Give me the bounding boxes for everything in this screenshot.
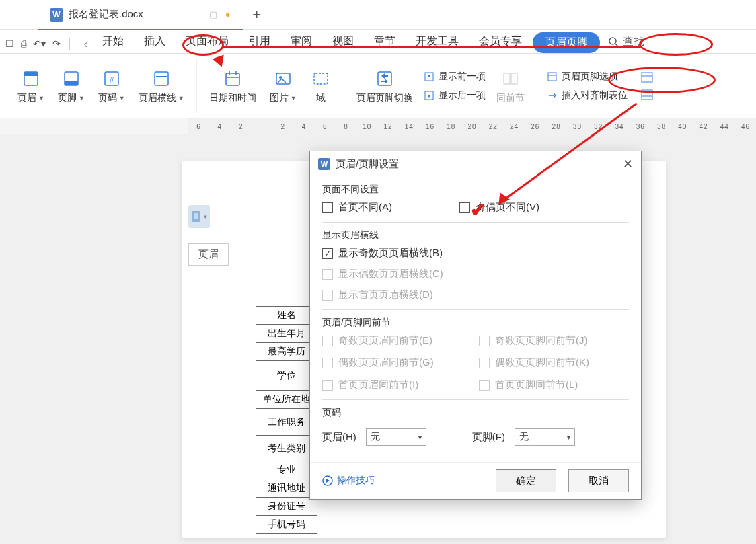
table-cell[interactable]: 最高学历 [256, 343, 317, 361]
svg-rect-24 [642, 73, 652, 82]
table-cell[interactable]: 出生年月 [256, 325, 317, 343]
checkbox-odd-headerline[interactable]: ✓显示奇数页页眉横线(B) [322, 247, 629, 260]
ribbon-extra-icon-1[interactable] [641, 72, 653, 83]
wps-doc-icon: W [50, 8, 63, 22]
ribbon-field-button[interactable]: 域 [307, 67, 334, 106]
redo-icon[interactable]: ↷ [52, 38, 61, 49]
ok-button[interactable]: 确定 [496, 469, 556, 492]
headerline-icon [151, 68, 172, 89]
cancel-button[interactable]: 取消 [568, 469, 629, 492]
header-footer-settings-dialog: W 页眉/页脚设置 ✕ 页面不同设置 首页不同(A) 奇偶页不同(V) 显示页眉… [309, 151, 642, 500]
ribbon-pagenum-button[interactable]: # 页码▼ [96, 67, 128, 106]
menu-review[interactable]: 审阅 [281, 30, 322, 53]
svg-rect-3 [24, 72, 38, 76]
undo-icon[interactable]: ↶▾ [33, 38, 46, 49]
tab-screen-icon[interactable]: ▢ [209, 9, 217, 20]
print-preview-icon[interactable]: ⎙ [21, 38, 26, 49]
checkbox-first-headerline: 显示首页页眉横线(D) [322, 288, 629, 301]
ribbon-extra-icon-2[interactable] [641, 89, 653, 100]
arrow-down-icon [424, 90, 434, 101]
main-menu-bar: ☐ ⎙ ↶▾ ↷ │ ‹ 开始 插入 页面布局 引用 审阅 视图 章节 开发工具… [0, 30, 756, 54]
checkbox-even-footer-prev: 偶数页页脚同前节(K) [479, 356, 629, 369]
table-cell[interactable]: 考生类别 [256, 436, 317, 461]
group-pagenum-title: 页码 [322, 407, 629, 419]
pagenum-icon: # [101, 68, 122, 89]
menu-view[interactable]: 视图 [323, 30, 363, 53]
table-cell[interactable]: 姓名 [256, 307, 317, 325]
table-cell[interactable]: 专业 [256, 461, 317, 479]
menu-start[interactable]: 开始 [93, 30, 133, 53]
page-marker-icon[interactable] [188, 205, 210, 228]
svg-rect-22 [548, 73, 556, 81]
ribbon-headerline-button[interactable]: 页眉横线▼ [136, 67, 187, 106]
ribbon-show-next[interactable]: 显示后一项 [424, 88, 486, 103]
menu-nav-prev[interactable]: ‹ [80, 36, 91, 53]
menu-references[interactable]: 引用 [239, 30, 280, 53]
menu-vip[interactable]: 会员专享 [469, 30, 531, 53]
svg-point-0 [609, 38, 616, 44]
checkbox-odd-header-prev: 奇数页页眉同前节(E) [322, 334, 472, 347]
tab-dot-icon[interactable]: ● [225, 9, 231, 20]
menu-dev-tools[interactable]: 开发工具 [406, 30, 468, 53]
table-cell[interactable]: 通讯地址 [256, 479, 317, 498]
pagenum-header-select[interactable]: 无 [366, 428, 426, 446]
ribbon-footer-button[interactable]: 页脚▼ [55, 67, 87, 106]
tips-link[interactable]: 操作技巧 [322, 475, 375, 487]
table-cell[interactable]: 手机号码 [256, 516, 317, 534]
menu-header-footer[interactable]: 页眉页脚 [533, 32, 600, 53]
pagenum-footer-label: 页脚(F) [472, 431, 505, 444]
search-button[interactable]: 查找 [608, 35, 644, 53]
svg-rect-16 [314, 73, 328, 84]
menu-insert[interactable]: 插入 [135, 30, 175, 53]
pagenum-footer-select[interactable]: 无 [515, 428, 575, 446]
table-cell[interactable]: 学位 [256, 361, 317, 391]
checkbox-first-page-different[interactable]: 首页不同(A) [322, 201, 392, 214]
field-icon [310, 68, 332, 89]
document-tab[interactable]: W 报名登记表.docx ▢ ● [38, 0, 243, 30]
search-label: 查找 [623, 35, 644, 49]
table-cell[interactable]: 身份证号 [256, 498, 317, 516]
new-tab-button[interactable]: + [243, 6, 270, 24]
link-section-icon [500, 68, 521, 89]
dialog-close-button[interactable]: ✕ [623, 157, 633, 171]
checkbox-first-header-prev: 首页页眉同前节(I) [322, 379, 472, 391]
ribbon-datetime-button[interactable]: 日期和时间 [206, 67, 259, 106]
dialog-title-text: 页眉/页脚设置 [336, 158, 399, 171]
svg-rect-5 [65, 81, 78, 85]
pagenum-header-label: 页眉(H) [322, 431, 356, 444]
wps-dialog-icon: W [318, 158, 330, 170]
picture-icon [272, 68, 294, 89]
group-page-diff-title: 页面不同设置 [322, 184, 629, 196]
svg-text:#: # [109, 75, 114, 85]
ruler-area: 6422468101214161820222426283032343638404… [0, 118, 756, 134]
switch-icon [374, 68, 395, 89]
ribbon-options-button[interactable]: 页眉页脚选项 [547, 69, 628, 84]
menu-page-layout[interactable]: 页面布局 [176, 30, 238, 53]
ribbon-picture-button[interactable]: 图片▼ [267, 67, 299, 106]
svg-rect-26 [642, 90, 652, 100]
ribbon-tabstops-button[interactable]: 插入对齐制表位 [547, 88, 628, 103]
ribbon-toolbar: 页眉▼ 页脚▼ # 页码▼ 页眉横线▼ 日期和时间 图片▼ 域 [0, 54, 756, 118]
checkbox-odd-footer-prev: 奇数页页脚同前节(J) [479, 334, 629, 347]
table-cell[interactable]: 单位所在地 [256, 391, 317, 409]
checkbox-first-footer-prev: 首页页脚同前节(L) [479, 379, 629, 391]
menu-chapter[interactable]: 章节 [365, 30, 405, 53]
checkbox-even-headerline: 显示偶数页页眉横线(C) [322, 268, 629, 280]
ribbon-show-prev[interactable]: 显示前一项 [424, 69, 486, 84]
checkbox-odd-even-different[interactable]: 奇偶页不同(V) [459, 201, 539, 214]
horizontal-ruler[interactable]: 6422468101214161820222426283032343638404… [188, 118, 756, 134]
header-section-label[interactable]: 页眉 [188, 243, 229, 266]
ribbon-same-as-prev[interactable]: 同前节 [494, 67, 527, 106]
save-icon[interactable]: ☐ [5, 38, 14, 49]
ribbon-header-button[interactable]: 页眉▼ [15, 67, 47, 106]
group-headerline-title: 显示页眉横线 [322, 229, 629, 241]
svg-rect-21 [511, 73, 517, 84]
table-cell[interactable]: 工作职务 [256, 409, 317, 436]
ribbon-switch-button[interactable]: 页眉页脚切换 [354, 67, 416, 106]
registration-form-table: 姓名 出生年月 最高学历 学位 单位所在地 工作职务 考生类别 专业 通讯地址 … [256, 306, 317, 534]
footer-icon [61, 68, 82, 89]
options-icon [547, 71, 558, 82]
svg-point-15 [279, 76, 282, 79]
document-filename: 报名登记表.docx [69, 8, 143, 21]
svg-rect-10 [226, 73, 239, 85]
